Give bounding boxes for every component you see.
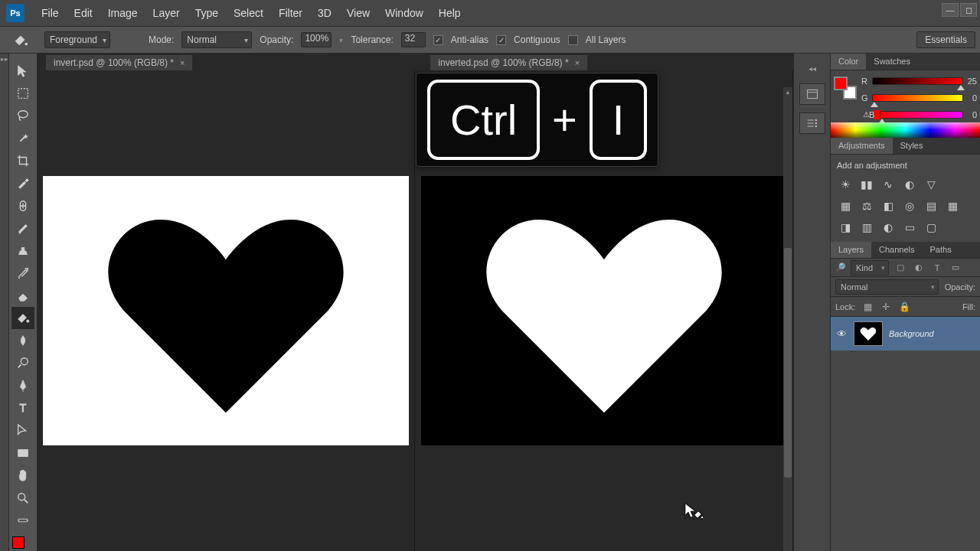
move-tool[interactable] (11, 60, 34, 82)
brightness-icon[interactable]: ☀ (837, 176, 854, 193)
g-slider[interactable] (872, 94, 963, 102)
menu-3d[interactable]: 3D (310, 7, 339, 19)
marquee-tool[interactable] (11, 82, 34, 104)
lut-icon[interactable]: ▦ (944, 197, 961, 214)
menu-type[interactable]: Type (188, 7, 226, 19)
misc-tool[interactable] (11, 509, 34, 531)
type-tool[interactable]: T (11, 396, 34, 419)
crop-tool[interactable] (11, 149, 34, 171)
gradient-map-icon[interactable]: ▭ (901, 219, 918, 236)
maximize-button[interactable]: ◻ (960, 3, 977, 17)
curves-icon[interactable]: ∿ (880, 176, 897, 193)
hand-tool[interactable] (11, 464, 34, 486)
vertical-scrollbar[interactable]: ▲ (783, 87, 792, 551)
channel-mixer-icon[interactable]: ▤ (923, 197, 939, 214)
history-panel-icon[interactable] (799, 83, 825, 105)
opacity-input[interactable]: 100% (301, 32, 332, 47)
document-tab-2[interactable]: inverted.psd @ 100% (RGB/8) * × (430, 55, 588, 70)
adjustments-tab[interactable]: Adjustments (831, 138, 893, 154)
menu-view[interactable]: View (339, 7, 377, 19)
levels-icon[interactable]: ▮▮ (858, 176, 875, 193)
dodge-tool[interactable] (11, 352, 34, 374)
clone-stamp-tool[interactable] (11, 240, 34, 262)
blur-tool[interactable] (11, 329, 34, 351)
filter-shape-icon[interactable]: ▭ (949, 262, 962, 274)
document-tab-1[interactable]: invert.psd @ 100% (RGB/8) * × (46, 55, 193, 70)
menu-window[interactable]: Window (377, 7, 431, 19)
tolerance-input[interactable]: 32 (401, 32, 426, 47)
properties-panel-icon[interactable] (799, 112, 825, 134)
magic-wand-tool[interactable] (11, 127, 34, 149)
minimize-button[interactable]: — (942, 3, 959, 17)
zoom-tool[interactable] (11, 487, 34, 509)
path-selection-tool[interactable] (11, 419, 34, 442)
foreground-color-swatch[interactable] (12, 536, 24, 549)
close-icon[interactable]: × (180, 58, 185, 67)
lock-pixels-icon[interactable]: ▦ (861, 301, 874, 313)
workspace-essentials-button[interactable]: Essentials (916, 31, 975, 48)
b-slider[interactable] (880, 111, 963, 119)
vibrance-icon[interactable]: ▽ (923, 176, 939, 193)
blend-mode-dropdown[interactable]: Normal (835, 279, 939, 295)
menu-help[interactable]: Help (431, 7, 469, 19)
opacity-dropdown-icon[interactable]: ▾ (339, 36, 343, 44)
channels-tab[interactable]: Channels (871, 242, 922, 258)
lock-all-icon[interactable]: 🔒 (898, 301, 910, 313)
filter-kind-dropdown[interactable]: Kind (851, 260, 889, 276)
visibility-eye-icon[interactable]: 👁 (835, 328, 848, 340)
rectangle-tool[interactable] (11, 442, 34, 464)
balance-icon[interactable]: ⚖ (858, 197, 875, 214)
layer-row-background[interactable]: 👁 Background (831, 317, 980, 350)
filter-adj-icon[interactable]: ◐ (912, 262, 926, 274)
b-value[interactable]: 0 (966, 110, 977, 119)
r-value[interactable]: 25 (966, 77, 977, 86)
healing-brush-tool[interactable] (11, 194, 34, 217)
foreground-swatch[interactable] (834, 77, 848, 90)
alllayers-checkbox[interactable] (568, 35, 578, 45)
foreground-background-colors[interactable] (12, 536, 34, 551)
color-panel-swatches[interactable] (834, 77, 857, 99)
canvas-left[interactable] (37, 70, 415, 551)
filter-image-icon[interactable]: ▢ (893, 262, 907, 274)
toolbox-expand-strip[interactable]: ▸▸ (0, 54, 9, 551)
pen-tool[interactable] (11, 374, 34, 396)
filter-type-icon[interactable]: T (930, 262, 944, 274)
mode-dropdown[interactable]: Normal (181, 31, 252, 48)
layers-tab[interactable]: Layers (831, 242, 871, 258)
exposure-icon[interactable]: ◐ (901, 176, 918, 193)
menu-edit[interactable]: Edit (67, 7, 100, 19)
eyedropper-tool[interactable] (11, 172, 34, 194)
posterize-icon[interactable]: ▥ (858, 219, 875, 236)
menu-file[interactable]: File (34, 7, 67, 19)
layer-thumbnail[interactable] (854, 321, 883, 346)
menu-select[interactable]: Select (226, 7, 271, 19)
color-tab[interactable]: Color (831, 54, 866, 70)
paint-bucket-tool[interactable] (11, 307, 34, 329)
eraser-tool[interactable] (11, 285, 34, 307)
contiguous-checkbox[interactable] (496, 35, 506, 45)
scroll-up-icon[interactable]: ▲ (783, 87, 792, 96)
paths-tab[interactable]: Paths (923, 242, 959, 258)
invert-icon[interactable]: ◨ (837, 219, 854, 236)
scroll-thumb[interactable] (784, 248, 792, 478)
menu-layer[interactable]: Layer (145, 7, 188, 19)
color-ramp[interactable] (831, 122, 980, 138)
filter-icon[interactable]: 🔎 (835, 262, 846, 272)
menu-filter[interactable]: Filter (271, 7, 310, 19)
brush-tool[interactable] (11, 217, 34, 240)
history-brush-tool[interactable] (11, 262, 34, 284)
threshold-icon[interactable]: ◐ (880, 219, 897, 236)
collapse-panels-icon[interactable]: ◂◂ (808, 64, 816, 73)
g-value[interactable]: 0 (966, 93, 977, 103)
menu-image[interactable]: Image (100, 7, 145, 19)
antialias-checkbox[interactable] (433, 35, 443, 45)
lock-position-icon[interactable]: ✛ (880, 301, 892, 313)
layer-name[interactable]: Background (889, 329, 934, 338)
close-icon[interactable]: × (575, 58, 580, 67)
styles-tab[interactable]: Styles (893, 138, 931, 154)
hue-icon[interactable]: ▦ (837, 197, 854, 214)
lasso-tool[interactable] (11, 105, 34, 127)
r-slider[interactable] (872, 77, 963, 85)
photo-filter-icon[interactable]: ◎ (901, 197, 918, 214)
bw-icon[interactable]: ◧ (880, 197, 897, 214)
